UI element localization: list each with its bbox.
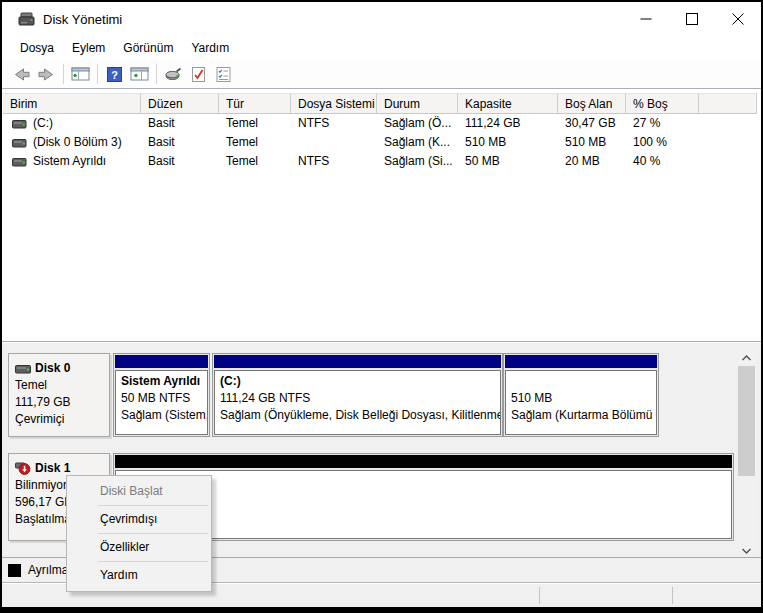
status-divider	[539, 587, 540, 604]
column-header-bos-alan[interactable]: Boş Alan	[558, 93, 626, 114]
partition-color-bar	[214, 355, 501, 368]
table-row[interactable]: Sistem Ayrıldı Basit Temel NTFS Sağlam (…	[2, 152, 761, 171]
help-icon[interactable]: ?	[102, 62, 127, 86]
volume-icon	[12, 118, 27, 129]
window-controls	[623, 2, 761, 36]
menu-help[interactable]: Yardım	[189, 39, 231, 57]
partition-size: 111,24 GB NTFS	[220, 390, 495, 407]
forward-arrow-icon[interactable]	[34, 62, 59, 86]
volume-name: (Disk 0 Bölüm 3)	[33, 133, 122, 152]
column-header-kapasite[interactable]: Kapasite	[458, 93, 558, 114]
column-header-tur[interactable]: Tür	[219, 93, 291, 114]
cell-bos-alan: 20 MB	[558, 152, 626, 171]
disk0-header[interactable]: Disk 0 Temel 111,79 GB Çevrimiçi	[8, 353, 110, 437]
minimize-button[interactable]	[623, 2, 669, 36]
cell-dosya-sistemi	[291, 133, 377, 152]
cell-duzen: Basit	[141, 114, 219, 133]
cell-yuzde-bos: 100 %	[626, 133, 699, 152]
console-tree-icon[interactable]	[68, 62, 93, 86]
partition-status: Sağlam (Kurtarma Bölümü	[511, 407, 651, 424]
cell-yuzde-bos: 27 %	[626, 114, 699, 133]
window-title: Disk Yönetimi	[43, 12, 122, 27]
column-header-dosya-sistemi[interactable]: Dosya Sistemi	[291, 93, 377, 114]
column-header-durum[interactable]: Durum	[377, 93, 458, 114]
action-pane-icon[interactable]	[127, 62, 152, 86]
cell-kapasite: 510 MB	[458, 133, 558, 152]
disk-size: 111,79 GB	[15, 394, 109, 411]
cell-tur: Temel	[219, 114, 291, 133]
volume-icon	[12, 156, 27, 167]
disk-management-window: Disk Yönetimi Dosya Eylem Görünüm Yardım	[0, 0, 763, 613]
partition-title: Sistem Ayrıldı	[121, 373, 202, 390]
disk-error-icon	[15, 462, 31, 475]
volume-name: Sistem Ayrıldı	[33, 152, 106, 171]
cell-kapasite: 111,24 GB	[458, 114, 558, 133]
cell-dosya-sistemi: NTFS	[291, 114, 377, 133]
cell-bos-alan: 30,47 GB	[558, 114, 626, 133]
toolbar-separator	[97, 64, 98, 84]
menu-view[interactable]: Görünüm	[121, 39, 175, 57]
svg-text:?: ?	[111, 68, 118, 80]
maximize-button[interactable]	[669, 2, 715, 36]
menu-item-offline[interactable]: Çevrimdışı	[67, 506, 211, 533]
partition-c-drive[interactable]: (C:) 111,24 GB NTFS Sağlam (Önyükleme, D…	[212, 353, 503, 437]
validate-check-icon[interactable]	[186, 62, 211, 86]
toolbar-separator	[156, 64, 157, 84]
unallocated-color-bar	[115, 455, 732, 468]
unallocated-swatch	[8, 564, 21, 577]
cell-durum: Sağlam (K...	[377, 133, 458, 152]
window-frame: Disk Yönetimi Dosya Eylem Görünüm Yardım	[2, 2, 761, 607]
toolbar: ?	[2, 60, 761, 88]
disk-icon	[15, 363, 31, 374]
disk-drive-icon	[18, 12, 35, 26]
disk-name: Disk 0	[35, 361, 70, 375]
table-row[interactable]: (Disk 0 Bölüm 3) Basit Temel Sağlam (K..…	[2, 133, 761, 152]
volume-table-header: Birim Düzen Tür Dosya Sistemi Durum Kapa…	[2, 93, 761, 114]
scroll-up-icon[interactable]	[738, 349, 755, 366]
partition-title: (C:)	[220, 373, 495, 390]
partition-title	[511, 373, 651, 390]
volume-rows: (C:) Basit Temel NTFS Sağlam (Ö... 111,2…	[2, 114, 761, 171]
disk-context-menu: Diski Başlat Çevrimdışı Özellikler Yardı…	[66, 475, 212, 592]
cell-durum: Sağlam (Ö...	[377, 114, 458, 133]
partition-system-reserved[interactable]: Sistem Ayrıldı 50 MB NTFS Sağlam (Sistem…	[113, 353, 210, 437]
volume-icon	[12, 137, 27, 148]
menu-bar: Dosya Eylem Görünüm Yardım	[2, 36, 761, 60]
column-header-empty[interactable]	[699, 93, 757, 114]
disk-status: Çevrimiçi	[15, 411, 109, 428]
menu-file[interactable]: Dosya	[18, 39, 56, 57]
partition-status: Sağlam (Sistem,	[121, 407, 202, 424]
table-row[interactable]: (C:) Basit Temel NTFS Sağlam (Ö... 111,2…	[2, 114, 761, 133]
disk-name: Disk 1	[35, 461, 70, 475]
partition-color-bar	[115, 355, 208, 368]
cell-tur: Temel	[219, 133, 291, 152]
partition-size: 50 MB NTFS	[121, 390, 202, 407]
column-header-birim[interactable]: Birim	[3, 93, 141, 114]
toolbar-separator	[63, 64, 64, 84]
partition-recovery[interactable]: 510 MB Sağlam (Kurtarma Bölümü	[503, 353, 659, 437]
close-button[interactable]	[715, 2, 761, 36]
vertical-scrollbar[interactable]	[738, 349, 755, 559]
partition-size: 510 MB	[511, 390, 651, 407]
menu-item-help[interactable]: Yardım	[67, 562, 211, 589]
volume-list-pane: Birim Düzen Tür Dosya Sistemi Durum Kapa…	[2, 88, 761, 341]
cell-duzen: Basit	[141, 152, 219, 171]
rescan-disks-icon[interactable]	[161, 62, 186, 86]
cell-durum: Sağlam (Si...	[377, 152, 458, 171]
column-header-yuzde-bos[interactable]: % Boş	[626, 93, 699, 114]
menu-action[interactable]: Eylem	[70, 39, 107, 57]
checklist-icon[interactable]	[211, 62, 236, 86]
menu-item-initialize-disk: Diski Başlat	[67, 478, 211, 505]
cell-duzen: Basit	[141, 133, 219, 152]
partition-color-bar	[505, 355, 657, 368]
volume-name: (C:)	[33, 114, 53, 133]
cell-yuzde-bos: 40 %	[626, 152, 699, 171]
back-arrow-icon[interactable]	[9, 62, 34, 86]
disk-type: Temel	[15, 377, 109, 394]
column-header-duzen[interactable]: Düzen	[141, 93, 219, 114]
scrollbar-thumb[interactable]	[738, 366, 755, 476]
partition-status: Sağlam (Önyükleme, Disk Belleği Dosyası,…	[220, 407, 495, 424]
cell-bos-alan: 510 MB	[558, 133, 626, 152]
title-bar: Disk Yönetimi	[2, 2, 761, 36]
menu-item-properties[interactable]: Özellikler	[67, 534, 211, 561]
